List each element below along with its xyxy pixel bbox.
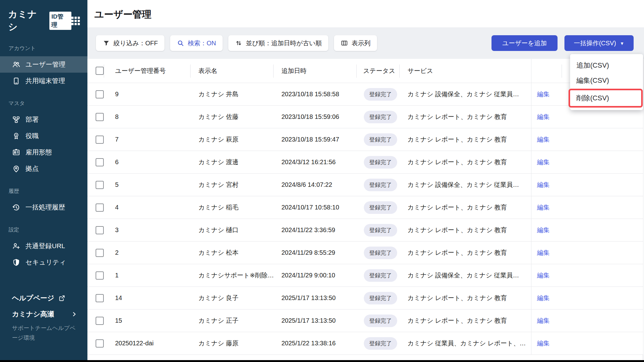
cell-user-id: 14 [104, 294, 190, 302]
dropdown-item-delete-csv[interactable]: 削除(CSV) [570, 90, 641, 106]
section-label-history: 履歴 [0, 187, 87, 199]
dropdown-item-edit-csv[interactable]: 編集(CSV) [570, 73, 643, 88]
badge-icon [12, 132, 20, 140]
sidebar-item-security[interactable]: セキュリティ [0, 254, 87, 270]
header-added-at: 追加日時 [273, 59, 356, 83]
cell-added-at: 2025/1/22 13:38:16 [273, 340, 356, 347]
edit-link[interactable]: 編集 [537, 181, 550, 189]
cell-added-at: 2023/10/18 15:59:06 [273, 113, 356, 120]
row-checkbox[interactable] [96, 158, 104, 166]
table-row: 8 カミナシ 佐藤 2023/10/18 15:59:06 登録完了 カミナシ … [87, 106, 643, 128]
edit-link[interactable]: 編集 [537, 248, 550, 257]
users-icon [12, 60, 20, 69]
sidebar-item-label: 雇用形態 [25, 148, 52, 157]
edit-link[interactable]: 編集 [537, 135, 550, 144]
row-checkbox[interactable] [96, 226, 104, 234]
edit-link[interactable]: 編集 [537, 339, 550, 348]
cell-services: カミナシ レポート、カミナシ 教育 [399, 248, 531, 257]
edit-link[interactable]: 編集 [537, 158, 550, 166]
edit-link[interactable]: 編集 [537, 271, 550, 280]
status-badge: 登録完了 [364, 224, 397, 237]
search-icon [177, 39, 184, 47]
edit-link[interactable]: 編集 [537, 113, 550, 121]
sort-button[interactable]: 並び順：追加日時が古い順 [228, 35, 328, 51]
edit-link[interactable]: 編集 [537, 203, 550, 212]
row-checkbox[interactable] [96, 317, 104, 325]
title-bar: ユーザー管理 [87, 0, 644, 27]
sidebar-item-label: ユーザー管理 [25, 60, 65, 69]
row-checkbox[interactable] [96, 90, 104, 98]
cell-services: カミナシ 設備保全、カミナシ 従業員… [399, 271, 531, 280]
cell-services: カミナシ レポート、カミナシ 教育 [399, 226, 531, 234]
row-checkbox[interactable] [96, 339, 104, 348]
sidebar-item-registration-url[interactable]: 共通登録URL [0, 238, 87, 254]
select-all-checkbox[interactable] [96, 67, 104, 75]
cell-user-id: 6 [104, 159, 190, 166]
edit-link[interactable]: 編集 [537, 316, 550, 325]
search-button[interactable]: 検索：ON [170, 35, 223, 51]
map-pin-icon [12, 164, 20, 173]
section-label-master: マスタ [0, 100, 87, 111]
columns-label: 表示列 [352, 39, 370, 47]
row-checkbox[interactable] [96, 113, 104, 121]
cell-display-name: カミナシ 佐藤 [190, 113, 273, 121]
cell-services: カミナシ レポート、カミナシ 教育 [399, 316, 531, 325]
add-user-label: ユーザーを追加 [502, 39, 547, 47]
status-badge: 登録完了 [364, 133, 397, 146]
sidebar-item-locations[interactable]: 拠点 [0, 160, 87, 177]
table-row: 20250122-dai カミナシ 藤原 2025/1/22 13:38:16 … [87, 332, 643, 355]
table-row: 6 カミナシ 渡邊 2024/3/12 16:21:56 登録完了 カミナシ レ… [87, 151, 643, 174]
sidebar-item-positions[interactable]: 役職 [0, 128, 87, 144]
sidebar-item-shared-devices[interactable]: 共用端末管理 [0, 73, 87, 89]
sidebar-nav: アカウント ユーザー管理 共用端末管理 マスタ 部署 [0, 45, 87, 270]
logo: カミナシ ID管理 [0, 0, 87, 33]
cell-services: カミナシ レポート、カミナシ 教育 [399, 294, 531, 302]
section-label-account: アカウント [0, 45, 87, 56]
filter-button[interactable]: 絞り込み：OFF [96, 35, 164, 51]
row-checkbox[interactable] [96, 181, 104, 189]
cell-user-id: 4 [104, 204, 190, 211]
sidebar-item-bulk-history[interactable]: 一括処理履歴 [0, 199, 87, 215]
edit-link[interactable]: 編集 [537, 226, 550, 234]
row-checkbox[interactable] [96, 249, 104, 257]
id-card-icon [12, 148, 20, 157]
cell-display-name: カミナシ 稲毛 [190, 203, 273, 212]
status-badge: 登録完了 [364, 315, 397, 327]
bulk-operation-button[interactable]: 一括操作(CSV) ▼ [564, 35, 634, 51]
row-checkbox[interactable] [96, 203, 104, 212]
columns-button[interactable]: 表示列 [334, 35, 377, 51]
add-user-button[interactable]: ユーザーを追加 [491, 35, 557, 51]
row-checkbox[interactable] [96, 271, 104, 280]
sort-arrows-icon [235, 39, 242, 47]
header-service: サービス [399, 59, 531, 83]
table-row: 14 カミナシ 良子 2025/1/17 13:13:50 登録完了 カミナシ … [87, 287, 643, 309]
cell-display-name: カミナシ 宮村 [190, 181, 273, 189]
account-menu[interactable]: カミナシ高瀬 [12, 307, 87, 321]
cell-display-name: カミナシ 藤原 [190, 339, 273, 348]
status-badge: 登録完了 [364, 179, 397, 191]
table-row: 5 カミナシ 宮村 2024/8/6 14:07:22 登録完了 カミナシ 設備… [87, 174, 643, 196]
row-checkbox[interactable] [96, 136, 104, 144]
cell-user-id: 3 [104, 226, 190, 234]
dropdown-item-add-csv[interactable]: 追加(CSV) [570, 58, 643, 73]
sidebar-item-departments[interactable]: 部署 [0, 111, 87, 128]
environment-label: サポートチームヘルプページ環境 [12, 323, 78, 343]
status-badge: 登録完了 [364, 269, 397, 282]
table-row: 2 カミナシ 松本 2024/11/29 8:55:29 登録完了 カミナシ レ… [87, 242, 643, 264]
apps-grid-icon[interactable] [71, 17, 80, 25]
sidebar-item-user-management[interactable]: ユーザー管理 [0, 56, 87, 73]
sidebar-item-label: 一括処理履歴 [25, 203, 65, 212]
status-badge: 登録完了 [364, 88, 397, 101]
sidebar-item-employment-types[interactable]: 雇用形態 [0, 144, 87, 160]
user-table: ユーザー管理番号 表示名 追加日時 ステータス サービス 9 カミナシ 井島 2… [87, 59, 643, 362]
cell-display-name: カミナシサポート※削除… [190, 271, 273, 280]
history-icon [12, 203, 20, 212]
row-checkbox[interactable] [96, 294, 104, 302]
cell-display-name: カミナシ 樋口 [190, 226, 273, 234]
bulk-operation-dropdown: 追加(CSV) 編集(CSV) 削除(CSV) [570, 54, 643, 110]
edit-link[interactable]: 編集 [537, 294, 550, 302]
cell-display-name: カミナシ 正子 [190, 316, 273, 325]
cell-services: カミナシ レポート、カミナシ 教育 [399, 203, 531, 212]
help-page-link[interactable]: ヘルプページ [12, 292, 87, 304]
edit-link[interactable]: 編集 [537, 90, 550, 98]
